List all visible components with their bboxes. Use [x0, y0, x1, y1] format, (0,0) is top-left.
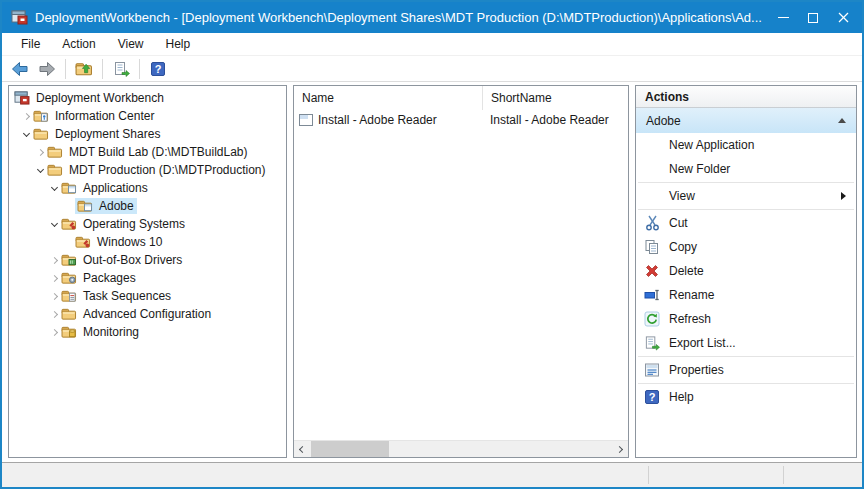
actions-pane: Actions Adobe New Application New Folder… — [635, 85, 857, 458]
toolbar-separator — [65, 59, 66, 79]
mmc-console-icon — [11, 10, 28, 25]
tree-item-applications[interactable]: Applications — [9, 179, 286, 197]
maximize-button[interactable] — [798, 2, 828, 33]
action-label: Export List... — [669, 336, 736, 350]
expander-collapsed-icon[interactable] — [47, 258, 61, 263]
action-properties[interactable]: Properties — [636, 358, 856, 382]
tree-item-windows-10[interactable]: Windows 10 — [9, 233, 286, 251]
submenu-arrow-icon — [841, 192, 846, 200]
tree-item-label: Advanced Configuration — [83, 307, 211, 321]
expander-collapsed-icon[interactable] — [47, 276, 61, 281]
folder-icon — [47, 145, 64, 159]
expander-expanded-icon[interactable] — [47, 187, 61, 190]
export-list-icon — [644, 335, 660, 351]
action-label: Help — [669, 390, 694, 404]
menu-file[interactable]: File — [10, 34, 51, 54]
expander-collapsed-icon[interactable] — [47, 312, 61, 317]
expander-expanded-icon[interactable] — [47, 223, 61, 226]
expander-collapsed-icon[interactable] — [19, 114, 33, 119]
tree-item-label: Deployment Shares — [55, 127, 160, 141]
expander-expanded-icon[interactable] — [33, 169, 47, 172]
expander-collapsed-icon[interactable] — [33, 150, 47, 155]
copy-icon — [644, 239, 660, 255]
actions-pane-title: Actions — [636, 86, 856, 108]
action-help[interactable]: Help — [636, 385, 856, 409]
titlebar: DeploymentWorkbench - [Deployment Workbe… — [2, 2, 862, 33]
application-window-icon — [299, 114, 313, 126]
collapse-group-icon[interactable] — [838, 118, 846, 123]
tree-item-out-of-box-drivers[interactable]: Out-of-Box Drivers — [9, 251, 286, 269]
action-refresh[interactable]: Refresh — [636, 307, 856, 331]
scroll-right-button[interactable] — [611, 441, 628, 458]
tree-item-mdt-build-lab[interactable]: MDT Build Lab (D:\MDTBuildLab) — [9, 143, 286, 161]
action-new-folder[interactable]: New Folder — [636, 157, 856, 181]
tree-item-advanced-configuration[interactable]: Advanced Configuration — [9, 305, 286, 323]
tree-item-label: Monitoring — [83, 325, 139, 339]
console-tree-pane: Deployment Workbench Information Center … — [8, 85, 287, 458]
folder-os-icon — [61, 217, 78, 231]
action-label: Rename — [669, 288, 714, 302]
action-export-list[interactable]: Export List... — [636, 331, 856, 355]
cut-icon — [644, 215, 660, 231]
forward-button[interactable] — [35, 58, 59, 80]
actions-separator — [638, 182, 854, 183]
minimize-button[interactable] — [768, 2, 798, 33]
action-label: Refresh — [669, 312, 711, 326]
folder-app-icon — [77, 199, 94, 213]
export-list-button[interactable] — [109, 58, 133, 80]
selected-highlight: Adobe — [75, 198, 137, 214]
result-list-pane: Name ShortName Install - Adobe Reader In… — [293, 85, 629, 458]
folder-icon — [33, 127, 50, 141]
action-new-application[interactable]: New Application — [636, 133, 856, 157]
menu-help[interactable]: Help — [155, 34, 202, 54]
action-label: New Folder — [669, 162, 730, 176]
toolbar-separator — [139, 59, 140, 79]
action-cut[interactable]: Cut — [636, 211, 856, 235]
scrollbar-thumb[interactable] — [311, 441, 389, 458]
tree-item-label: Out-of-Box Drivers — [83, 253, 182, 267]
folder-monitor-icon — [61, 325, 78, 339]
tree-item-deployment-shares[interactable]: Deployment Shares — [9, 125, 286, 143]
back-button[interactable] — [8, 58, 32, 80]
window-title: DeploymentWorkbench - [Deployment Workbe… — [35, 10, 768, 25]
expander-collapsed-icon[interactable] — [47, 294, 61, 299]
help-button[interactable] — [146, 58, 170, 80]
tree-item-label: Information Center — [55, 109, 154, 123]
refresh-icon — [644, 311, 660, 327]
tree-item-label: Applications — [83, 181, 148, 195]
tree-item-packages[interactable]: Packages — [9, 269, 286, 287]
up-one-level-button[interactable] — [72, 58, 96, 80]
actions-separator — [638, 356, 854, 357]
tree-item-adobe[interactable]: Adobe — [9, 197, 286, 215]
delete-icon — [644, 263, 660, 279]
scrollbar-track[interactable] — [311, 441, 611, 457]
menu-action[interactable]: Action — [51, 34, 106, 54]
action-label: View — [669, 189, 695, 203]
folder-icon — [47, 163, 64, 177]
expander-collapsed-icon[interactable] — [47, 330, 61, 335]
actions-group-adobe[interactable]: Adobe — [636, 108, 856, 133]
tree-item-monitoring[interactable]: Monitoring — [9, 323, 286, 341]
tree-item-mdt-production[interactable]: MDT Production (D:\MDTProduction) — [9, 161, 286, 179]
action-copy[interactable]: Copy — [636, 235, 856, 259]
folder-app-icon — [61, 181, 78, 195]
folder-drivers-icon — [61, 253, 78, 267]
horizontal-scrollbar[interactable] — [294, 440, 628, 457]
action-rename[interactable]: Rename — [636, 283, 856, 307]
tree-item-operating-systems[interactable]: Operating Systems — [9, 215, 286, 233]
tree-item-deployment-workbench[interactable]: Deployment Workbench — [9, 89, 286, 107]
column-header-name[interactable]: Name — [294, 86, 482, 110]
column-header-shortname[interactable]: ShortName — [482, 86, 628, 110]
tree-item-label: Adobe — [99, 199, 134, 213]
tree-item-information-center[interactable]: Information Center — [9, 107, 286, 125]
close-button[interactable] — [828, 2, 858, 33]
tree-item-task-sequences[interactable]: Task Sequences — [9, 287, 286, 305]
expander-expanded-icon[interactable] — [19, 133, 33, 136]
folder-os-icon — [75, 235, 92, 249]
action-delete[interactable]: Delete — [636, 259, 856, 283]
status-segment — [2, 463, 648, 487]
menu-view[interactable]: View — [107, 34, 155, 54]
scroll-left-button[interactable] — [294, 441, 311, 458]
list-row-install-adobe-reader[interactable]: Install - Adobe Reader Install - Adobe R… — [294, 110, 628, 130]
action-view[interactable]: View — [636, 184, 856, 208]
